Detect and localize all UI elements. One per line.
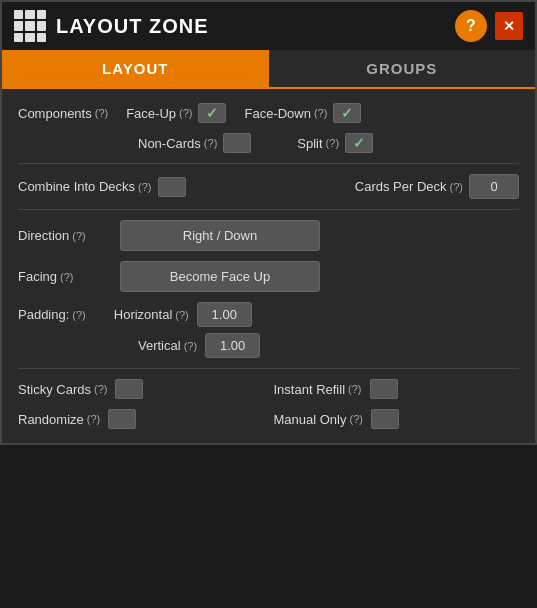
tab-groups[interactable]: GROUPS (269, 50, 536, 87)
face-down-toggle[interactable]: ✓ (333, 103, 361, 123)
face-down-check: ✓ (341, 105, 353, 121)
padding-section: Padding: (?) Horizontal (?) 1.00 Vertica… (18, 302, 519, 358)
manual-only-help[interactable]: (?) (349, 413, 362, 425)
facing-row: Facing (?) Become Face Up (18, 261, 519, 292)
non-cards-item: Non-Cards (?) (138, 133, 251, 153)
direction-label: Direction (?) (18, 228, 108, 243)
layout-content: Components (?) Face-Up (?) ✓ Face-Down (… (2, 89, 535, 443)
horizontal-label: Horizontal (?) (114, 307, 189, 322)
direction-help[interactable]: (?) (72, 230, 85, 242)
components-help[interactable]: (?) (95, 107, 108, 119)
title-bar: LAYOUT ZONE ? ✕ (2, 2, 535, 50)
sticky-cards-toggle[interactable] (115, 379, 143, 399)
cards-per-deck-input[interactable] (469, 174, 519, 199)
padding-help[interactable]: (?) (72, 309, 85, 321)
divider-3 (18, 368, 519, 369)
face-down-item: Face-Down (?) ✓ (244, 103, 361, 123)
instant-refill-label: Instant Refill (?) (274, 382, 362, 397)
tab-bar: LAYOUT GROUPS (2, 50, 535, 89)
instant-refill-item: Instant Refill (?) (274, 379, 520, 399)
split-item: Split (?) ✓ (297, 133, 373, 153)
split-help[interactable]: (?) (326, 137, 339, 149)
manual-only-label: Manual Only (?) (274, 412, 363, 427)
split-check: ✓ (353, 135, 365, 151)
horizontal-value[interactable]: 1.00 (197, 302, 252, 327)
padding-label: Padding: (?) (18, 307, 86, 322)
face-down-help[interactable]: (?) (314, 107, 327, 119)
non-cards-toggle[interactable] (223, 133, 251, 153)
sticky-cards-label: Sticky Cards (?) (18, 382, 107, 397)
layout-zone-window: LAYOUT ZONE ? ✕ LAYOUT GROUPS Components… (0, 0, 537, 445)
divider-1 (18, 163, 519, 164)
bottom-grid: Sticky Cards (?) Instant Refill (?) Rand… (18, 379, 519, 429)
split-toggle[interactable]: ✓ (345, 133, 373, 153)
divider-2 (18, 209, 519, 210)
manual-only-item: Manual Only (?) (274, 409, 520, 429)
randomize-label: Randomize (?) (18, 412, 100, 427)
direction-row: Direction (?) Right / Down (18, 220, 519, 251)
instant-refill-toggle[interactable] (370, 379, 398, 399)
face-up-label: Face-Up (?) (126, 106, 192, 121)
components-label: Components (?) (18, 106, 108, 121)
randomize-item: Randomize (?) (18, 409, 264, 429)
non-cards-split-row: Non-Cards (?) Split (?) ✓ (18, 133, 519, 153)
facing-help[interactable]: (?) (60, 271, 73, 283)
non-cards-label: Non-Cards (?) (138, 136, 217, 151)
title-bar-buttons: ? ✕ (455, 10, 523, 42)
horizontal-help[interactable]: (?) (175, 309, 188, 321)
face-up-toggle[interactable]: ✓ (198, 103, 226, 123)
combine-label: Combine Into Decks (?) (18, 179, 152, 194)
tab-layout[interactable]: LAYOUT (2, 50, 269, 87)
face-up-help[interactable]: (?) (179, 107, 192, 119)
vertical-value[interactable]: 1.00 (205, 333, 260, 358)
manual-only-toggle[interactable] (371, 409, 399, 429)
cards-per-deck-help[interactable]: (?) (450, 181, 463, 193)
non-cards-help[interactable]: (?) (204, 137, 217, 149)
combine-right: Cards Per Deck (?) (355, 174, 519, 199)
combine-help[interactable]: (?) (138, 181, 151, 193)
title-help-button[interactable]: ? (455, 10, 487, 42)
window-title: LAYOUT ZONE (56, 15, 209, 38)
direction-dropdown[interactable]: Right / Down (120, 220, 320, 251)
combine-toggle[interactable] (158, 177, 186, 197)
split-label: Split (?) (297, 136, 339, 151)
components-row: Components (?) Face-Up (?) ✓ Face-Down (… (18, 103, 519, 123)
vertical-row: Vertical (?) 1.00 (18, 333, 519, 358)
face-down-label: Face-Down (?) (244, 106, 327, 121)
sticky-cards-help[interactable]: (?) (94, 383, 107, 395)
padding-row: Padding: (?) Horizontal (?) 1.00 (18, 302, 519, 327)
vertical-label: Vertical (?) (138, 338, 197, 353)
face-up-item: Face-Up (?) ✓ (126, 103, 226, 123)
instant-refill-help[interactable]: (?) (348, 383, 361, 395)
facing-label: Facing (?) (18, 269, 108, 284)
randomize-toggle[interactable] (108, 409, 136, 429)
close-button[interactable]: ✕ (495, 12, 523, 40)
sticky-cards-item: Sticky Cards (?) (18, 379, 264, 399)
vertical-help[interactable]: (?) (184, 340, 197, 352)
combine-row: Combine Into Decks (?) Cards Per Deck (?… (18, 174, 519, 199)
grid-icon (14, 10, 46, 42)
facing-dropdown[interactable]: Become Face Up (120, 261, 320, 292)
randomize-help[interactable]: (?) (87, 413, 100, 425)
cards-per-deck-label: Cards Per Deck (?) (355, 179, 463, 194)
face-up-check: ✓ (206, 105, 218, 121)
combine-left: Combine Into Decks (?) (18, 177, 186, 197)
